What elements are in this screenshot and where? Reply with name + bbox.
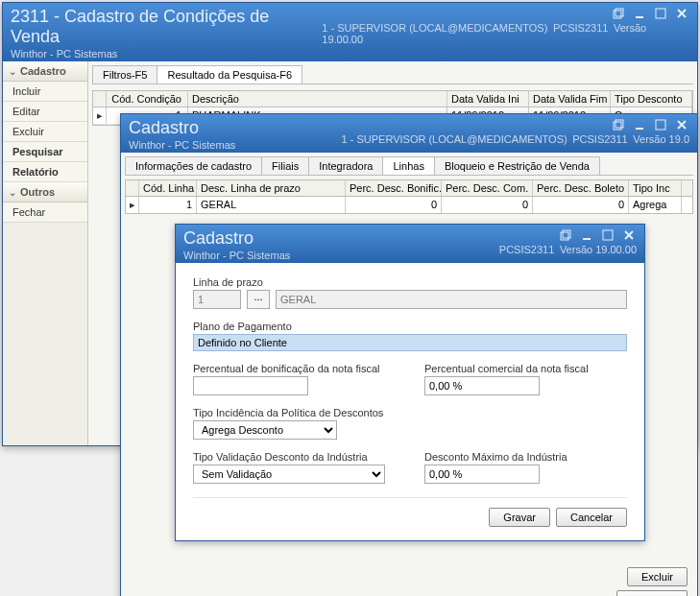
col-data-ini[interactable]: Data Valida Ini: [447, 91, 529, 107]
minimize-icon[interactable]: [579, 228, 594, 242]
linha-desc-input: [276, 290, 627, 309]
restore-icon[interactable]: [611, 118, 626, 131]
svg-rect-3: [656, 9, 665, 18]
cadastro-dialog: Cadastro Winthor - PC Sistemas PCSIS2311…: [175, 224, 645, 541]
label-tipo-validacao: Tipo Validação Desconto da Indústria: [193, 451, 396, 463]
restore-icon[interactable]: [611, 7, 626, 20]
col-cod-linha[interactable]: Cód. Linha: [139, 180, 197, 196]
col-perc-bonific[interactable]: Perc. Desc. Bonific.: [346, 180, 442, 196]
table-row[interactable]: ▸ 1 GERAL 0 0 0 Agrega: [125, 197, 693, 214]
close-icon[interactable]: [674, 118, 689, 131]
label-desconto-maximo: Desconto Máximo da Indústria: [424, 451, 627, 463]
sidebar-item-excluir[interactable]: Excluir: [3, 122, 87, 142]
col-desc-linha[interactable]: Desc. Linha de prazo: [197, 180, 346, 196]
row-indicator-icon: ▸: [126, 197, 139, 213]
sidebar-item-relatorio[interactable]: Relatório: [3, 162, 87, 182]
sidebar-head-cadastro[interactable]: ⌄Cadastro: [3, 61, 87, 82]
svg-rect-9: [656, 120, 665, 130]
minimize-icon[interactable]: [632, 7, 647, 20]
window-title: Cadastro: [129, 118, 235, 138]
col-perc-boleto[interactable]: Perc. Desc. Boleto: [533, 180, 629, 196]
svg-rect-12: [561, 232, 568, 240]
col-perc-com[interactable]: Perc. Desc. Com.: [442, 180, 533, 196]
svg-rect-0: [614, 11, 621, 18]
col-cod-condicao[interactable]: Cód. Condição: [107, 91, 188, 107]
col-data-fim[interactable]: Data Valida Fim: [529, 91, 611, 107]
label-plano-pagamento: Plano de Pagamento: [193, 321, 627, 332]
label-tipo-incidencia: Tipo Incidência da Política de Descontos: [193, 407, 627, 418]
titlebar: Cadastro Winthor - PC Sistemas PCSIS2311…: [176, 225, 644, 263]
sidebar-item-pesquisar[interactable]: Pesquisar: [3, 142, 87, 162]
titlebar: 2311 - Cadastro de Condições de Venda Wi…: [3, 3, 697, 61]
col-tipo-inc[interactable]: Tipo Inc: [629, 180, 682, 196]
sidebar-item-incluir[interactable]: Incluir: [3, 82, 87, 102]
cancelar-button[interactable]: Cancelar: [556, 508, 627, 527]
tab-filiais[interactable]: Filiais: [261, 156, 309, 175]
plano-pagamento-value[interactable]: Definido no Cliente: [193, 334, 627, 351]
perc-comercial-input[interactable]: [424, 376, 540, 395]
svg-rect-1: [616, 9, 623, 16]
gravar-button[interactable]: Gravar: [489, 508, 550, 527]
col-tipo-desconto[interactable]: Tipo Desconto: [611, 91, 692, 107]
titlebar: Cadastro Winthor - PC Sistemas 1 - SUPER…: [121, 114, 697, 153]
excluir-button[interactable]: Excluir: [627, 567, 688, 586]
tab-integradora[interactable]: Integradora: [308, 156, 383, 175]
restore-icon[interactable]: [558, 228, 573, 242]
tab-linhas[interactable]: Linhas: [382, 156, 434, 175]
window-title: 2311 - Cadastro de Condições de Venda: [11, 7, 322, 47]
col-descricao[interactable]: Descrição: [188, 91, 447, 107]
minimize-icon[interactable]: [632, 118, 647, 131]
window-subtitle: Winthor - PC Sistemas: [11, 48, 322, 60]
svg-rect-15: [603, 230, 613, 240]
tipo-validacao-select[interactable]: Sem Validação: [193, 465, 385, 484]
window-title: Cadastro: [183, 228, 290, 249]
tab-info-cadastro[interactable]: Informações de cadastro: [125, 156, 262, 175]
maximize-icon[interactable]: [653, 7, 668, 20]
svg-rect-7: [616, 120, 623, 128]
tipo-incidencia-select[interactable]: Agrega Desconto: [193, 420, 337, 440]
close-icon[interactable]: [621, 228, 637, 242]
label-linha-prazo: Linha de prazo: [193, 276, 627, 288]
sidebar: ⌄Cadastro Incluir Editar Excluir Pesquis…: [3, 61, 88, 445]
sidebar-item-editar[interactable]: Editar: [3, 102, 87, 122]
sidebar-head-outros[interactable]: ⌄Outros: [3, 182, 87, 203]
svg-rect-13: [563, 230, 570, 238]
window-subtitle: Winthor - PC Sistemas: [129, 139, 235, 151]
tab-resultado[interactable]: Resultado da Pesquisa-F6: [157, 65, 302, 83]
tab-filtros[interactable]: Filtros-F5: [92, 65, 157, 83]
svg-rect-6: [614, 122, 621, 130]
linha-cod-input: [193, 290, 241, 309]
lookup-button[interactable]: ...: [247, 290, 270, 309]
label-perc-comercial: Percentual comercial da nota fiscal: [424, 363, 627, 374]
close-icon[interactable]: [674, 7, 689, 20]
chevron-down-icon: ⌄: [9, 187, 16, 198]
desconto-maximo-input[interactable]: [424, 465, 540, 484]
window-subtitle: Winthor - PC Sistemas: [183, 250, 290, 261]
row-indicator-icon: ▸: [93, 107, 107, 124]
perc-bonificacao-input[interactable]: [193, 376, 308, 395]
maximize-icon[interactable]: [653, 118, 668, 131]
sidebar-item-fechar[interactable]: Fechar: [3, 203, 87, 223]
maximize-icon[interactable]: [600, 228, 616, 242]
chevron-down-icon: ⌄: [9, 66, 16, 77]
cancelar-button[interactable]: Cancelar: [616, 590, 688, 596]
tab-bloqueio[interactable]: Bloqueio e Restrição de Venda: [434, 156, 600, 175]
label-perc-bonificacao: Percentual de bonificação da nota fiscal: [193, 363, 396, 374]
